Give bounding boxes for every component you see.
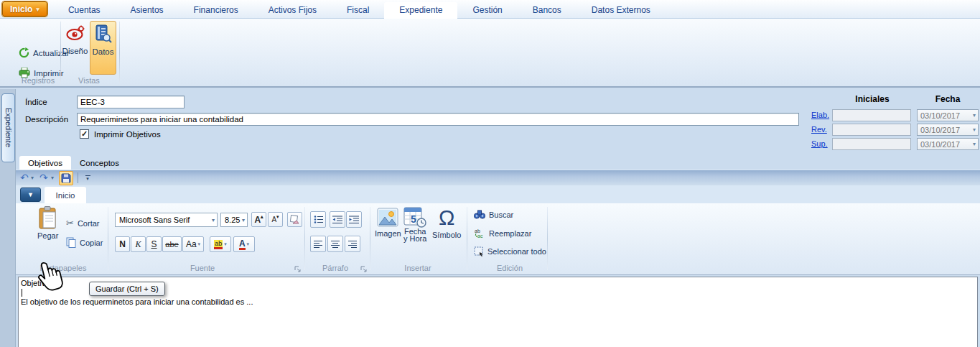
elab-iniciales-input[interactable] xyxy=(832,109,911,121)
decrease-indent-button[interactable] xyxy=(330,211,345,228)
rev-link[interactable]: Rev. xyxy=(811,125,833,134)
descripcion-input[interactable]: Requeriminetos para iniciar una contabil… xyxy=(77,113,799,126)
imagen-button[interactable]: Imagen xyxy=(375,208,401,238)
doc-line: El objetivo de los requerminetos para in… xyxy=(21,297,975,307)
seleccionar-todo-button[interactable]: Seleccionar todo xyxy=(474,246,546,256)
copy-icon xyxy=(66,237,76,248)
fecha-hora-label-2: y Hora xyxy=(403,234,426,243)
subtab-conceptos[interactable]: Conceptos xyxy=(71,156,128,170)
sup-link[interactable]: Sup. xyxy=(811,139,833,148)
elab-fecha-combo[interactable]: 03/10/2017 ▾ xyxy=(917,109,979,121)
increase-indent-icon xyxy=(349,216,359,224)
increase-indent-button[interactable] xyxy=(346,211,362,228)
italic-button[interactable]: K xyxy=(131,236,146,252)
cortar-button[interactable]: ✂ Cortar xyxy=(66,218,99,228)
customize-toolbar-button[interactable]: ▾ xyxy=(82,172,93,184)
fecha-header: Fecha xyxy=(920,94,976,104)
tab-gestion[interactable]: Gestión xyxy=(457,2,517,19)
editor-tab-inicio[interactable]: Inicio xyxy=(45,187,86,203)
font-color-button[interactable]: A ▾ xyxy=(233,236,255,252)
undo-dropdown[interactable]: ▾ xyxy=(31,175,34,181)
omega-icon: Ω xyxy=(439,207,454,228)
highlight-icon: ab xyxy=(214,240,223,249)
underline-button[interactable]: S xyxy=(146,236,162,252)
redo-button[interactable]: ↷ xyxy=(39,172,48,183)
diseno-button[interactable]: Diseño xyxy=(62,21,88,75)
side-tab-expediente[interactable]: Expediente xyxy=(1,93,15,162)
tab-expediente[interactable]: Expediente xyxy=(384,2,457,19)
chevron-down-icon: ▾ xyxy=(973,141,976,147)
sup-iniciales-input[interactable] xyxy=(832,138,911,150)
inicio-menu-button[interactable]: Inicio ▾ xyxy=(2,1,47,17)
tab-asientos[interactable]: Asientos xyxy=(116,2,179,19)
align-right-button[interactable] xyxy=(345,236,360,252)
italic-label: K xyxy=(135,239,141,250)
reemplazar-label: Reemplazar xyxy=(489,229,531,238)
parrafo-dialog-launcher[interactable] xyxy=(360,263,368,270)
down-caret-icon: ▾ xyxy=(276,214,279,220)
tab-bancos[interactable]: Bancos xyxy=(518,2,577,19)
tab-datos-externos[interactable]: Datos Externos xyxy=(577,2,666,19)
chevron-down-icon: ▼ xyxy=(27,191,34,198)
menubar: Inicio ▾ Cuentas Asientos Financieros Ac… xyxy=(0,0,980,19)
subtab-objetivos[interactable]: Objetivos xyxy=(19,156,71,170)
svg-text:ac: ac xyxy=(477,233,483,239)
redo-dropdown[interactable]: ▾ xyxy=(51,175,54,181)
datos-button[interactable]: Datos xyxy=(90,21,116,75)
bullet-list-button[interactable] xyxy=(310,211,326,228)
quick-access-toolbar: ↶ ▾ ↷ ▾ ▾ xyxy=(16,170,980,185)
seleccionar-todo-label: Seleccionar todo xyxy=(487,247,546,256)
buscar-button[interactable]: Buscar xyxy=(474,210,513,219)
tab-fiscal[interactable]: Fiscal xyxy=(332,2,384,19)
bullet-list-icon xyxy=(314,215,323,224)
undo-button[interactable]: ↶ xyxy=(20,172,29,183)
group-separator xyxy=(370,207,370,270)
font-size-combo[interactable]: 8.25 ▾ xyxy=(220,213,248,227)
grow-font-button[interactable]: A▴ xyxy=(251,212,266,227)
strikethrough-button[interactable]: abe xyxy=(162,236,182,252)
fuente-dialog-launcher[interactable] xyxy=(294,263,302,270)
group-separator xyxy=(467,207,467,270)
simbolo-button[interactable]: Ω Símbolo xyxy=(432,207,461,239)
tab-activos-fijos[interactable]: Activos Fijos xyxy=(253,2,332,19)
sup-fecha-combo[interactable]: 03/10/2017 ▾ xyxy=(917,138,979,150)
font-color-icon: A xyxy=(239,239,246,250)
rev-iniciales-input[interactable] xyxy=(832,124,911,136)
align-left-button[interactable] xyxy=(310,236,326,252)
fecha-hora-button[interactable]: 5 Fecha y Hora xyxy=(403,206,426,243)
tab-financieros[interactable]: Financieros xyxy=(179,2,253,19)
change-case-button[interactable]: Aa ▾ xyxy=(182,236,204,252)
insertar-group-label: Insertar xyxy=(389,264,447,272)
inicio-label: Inicio xyxy=(10,4,32,14)
save-tooltip: Guardar (Ctrl + S) xyxy=(89,282,165,296)
chevron-down-icon: ▾ xyxy=(242,217,245,223)
bold-button[interactable]: N xyxy=(115,236,130,252)
datos-label: Datos xyxy=(92,47,113,56)
chevron-down-icon: ▾ xyxy=(36,6,39,13)
elab-link[interactable]: Elab. xyxy=(811,111,833,119)
pegar-button[interactable]: Pegar xyxy=(37,206,58,240)
text-caret xyxy=(22,289,22,297)
imagen-label: Imagen xyxy=(375,229,401,238)
indice-input[interactable]: EEC-3 xyxy=(77,96,185,108)
sup-fecha-value: 03/10/2017 xyxy=(920,140,960,149)
imprimir-objetivos-checkbox[interactable]: ✓ xyxy=(80,129,89,139)
underline-label: S xyxy=(151,239,157,249)
tab-cuentas[interactable]: Cuentas xyxy=(53,2,116,19)
shrink-font-button[interactable]: A▾ xyxy=(268,212,283,227)
font-name-combo[interactable]: Microsoft Sans Serif ▾ xyxy=(115,213,218,227)
chevron-down-icon: ▾ xyxy=(212,217,215,223)
reemplazar-button[interactable]: ab ac Reemplazar xyxy=(474,228,531,239)
clear-format-button[interactable] xyxy=(287,212,302,227)
editor-tab-row: ▼ Inicio xyxy=(16,185,980,203)
highlight-color-button[interactable]: ab ▾ xyxy=(210,236,231,252)
editor-menu-button[interactable]: ▼ xyxy=(20,188,41,202)
rev-fecha-combo[interactable]: 03/10/2017 ▾ xyxy=(917,124,979,136)
bold-label: N xyxy=(119,239,126,249)
editor-ribbon: Pegar ✂ Cortar Copiar Portapapeles Micro… xyxy=(16,203,980,275)
save-button[interactable] xyxy=(59,171,73,185)
elab-fecha-value: 03/10/2017 xyxy=(920,111,960,120)
chevron-down-icon: ▾ xyxy=(247,241,250,247)
align-center-button[interactable] xyxy=(327,236,343,252)
copiar-button[interactable]: Copiar xyxy=(66,237,103,248)
